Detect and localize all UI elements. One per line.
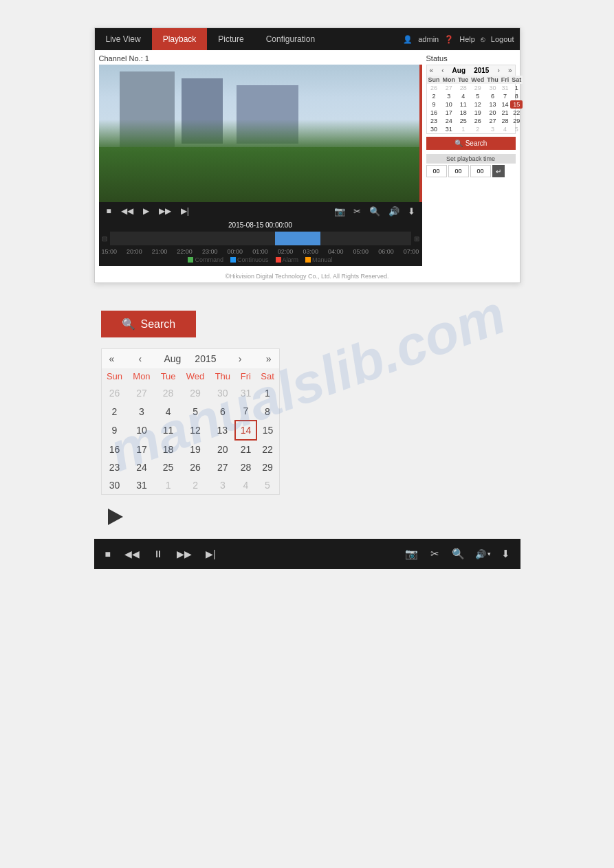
large-cal-day[interactable]: 26 — [102, 384, 128, 402]
seconds-input[interactable] — [470, 165, 491, 177]
table-row[interactable]: 27 — [485, 117, 500, 125]
bottom-zoom-icon[interactable]: 🔍 — [450, 548, 467, 560]
nav-item-configuration[interactable]: Configuration — [255, 28, 326, 50]
table-row[interactable]: 4 — [457, 92, 470, 100]
table-row[interactable]: 11 — [457, 100, 470, 109]
large-cal-day[interactable]: 22 — [256, 440, 279, 458]
large-cal-day[interactable]: 9 — [102, 421, 128, 440]
table-row[interactable]: 29 — [510, 117, 523, 125]
table-row-today[interactable]: 15 — [510, 100, 523, 109]
play-triangle-button[interactable] — [108, 509, 123, 525]
table-row[interactable]: 21 — [500, 109, 511, 117]
large-cal-day[interactable]: 3 — [210, 476, 235, 494]
table-row[interactable]: 19 — [470, 109, 485, 117]
large-cal-prev[interactable]: ‹ — [137, 353, 144, 364]
large-cal-day[interactable]: 20 — [210, 440, 235, 458]
bottom-fast-forward-button[interactable]: ▶▶ — [174, 548, 195, 559]
cal-prev-prev[interactable]: « — [430, 67, 434, 74]
large-cal-day[interactable]: 15 — [256, 421, 279, 440]
nav-logout[interactable]: Logout — [491, 35, 514, 43]
table-row[interactable]: 20 — [485, 109, 500, 117]
table-row[interactable]: 13 — [485, 100, 500, 109]
large-cal-day[interactable]: 1 — [256, 384, 279, 402]
cal-next[interactable]: › — [497, 67, 499, 74]
table-row[interactable]: 27 — [441, 84, 457, 92]
table-row[interactable]: 22 — [510, 109, 523, 117]
table-row[interactable]: 14 — [500, 100, 511, 109]
bottom-volume-dropdown[interactable]: ▾ — [487, 550, 491, 557]
large-cal-day[interactable]: 23 — [102, 458, 128, 476]
large-cal-day[interactable]: 31 — [127, 476, 155, 494]
nav-item-live-view[interactable]: Live View — [95, 28, 152, 50]
table-row[interactable]: 28 — [500, 117, 511, 125]
large-cal-day[interactable]: 29 — [256, 458, 279, 476]
table-row[interactable]: 4 — [500, 125, 511, 133]
table-row[interactable]: 8 — [510, 92, 523, 100]
bottom-scissors-icon[interactable]: ✂ — [428, 548, 441, 560]
minutes-input[interactable] — [448, 165, 469, 177]
cal-next-next[interactable]: » — [508, 67, 512, 74]
large-cal-day[interactable]: 5 — [256, 476, 279, 494]
nav-help[interactable]: Help — [459, 35, 475, 43]
large-cal-day[interactable]: 13 — [210, 421, 235, 440]
timeline-track[interactable] — [110, 232, 411, 245]
cal-prev[interactable]: ‹ — [441, 67, 443, 74]
table-row[interactable]: 25 — [457, 117, 470, 125]
table-row[interactable]: 3 — [485, 125, 500, 133]
skip-forward-button[interactable]: ▶| — [179, 206, 191, 216]
large-cal-day[interactable]: 10 — [127, 421, 155, 440]
large-cal-day[interactable]: 21 — [235, 440, 256, 458]
table-row[interactable]: 31 — [500, 84, 511, 92]
timeline-zoom-out[interactable]: ⊟ — [102, 235, 107, 243]
large-cal-day[interactable]: 27 — [210, 458, 235, 476]
camera-icon[interactable]: 📷 — [333, 206, 347, 216]
table-row[interactable]: 18 — [457, 109, 470, 117]
table-row[interactable]: 10 — [441, 100, 457, 109]
search-button-small[interactable]: 🔍 Search — [426, 137, 516, 150]
table-row[interactable]: 31 — [441, 125, 457, 133]
table-row[interactable]: 9 — [427, 100, 441, 109]
large-cal-day[interactable]: 24 — [127, 458, 155, 476]
large-cal-day[interactable]: 29 — [181, 384, 210, 402]
large-cal-day[interactable]: 26 — [181, 458, 210, 476]
nav-item-picture[interactable]: Picture — [207, 28, 254, 50]
large-cal-day[interactable]: 18 — [155, 440, 180, 458]
bottom-download-icon[interactable]: ⬇ — [499, 548, 512, 560]
bottom-skip-forward-button[interactable]: ▶| — [203, 548, 219, 559]
bottom-rewind-button[interactable]: ◀◀ — [122, 548, 142, 559]
bottom-camera-icon[interactable]: 📷 — [403, 548, 420, 560]
table-row[interactable]: 1 — [510, 84, 523, 92]
volume-icon[interactable]: 🔊 — [387, 206, 401, 216]
table-row[interactable]: 12 — [470, 100, 485, 109]
large-cal-day[interactable]: 27 — [127, 384, 155, 402]
table-row[interactable]: 3 — [441, 92, 457, 100]
table-row[interactable]: 2 — [470, 125, 485, 133]
large-cal-day[interactable]: 11 — [155, 421, 180, 440]
table-row[interactable]: 17 — [441, 109, 457, 117]
bottom-pause-button[interactable]: ⏸ — [151, 548, 166, 559]
table-row[interactable]: 5 — [510, 125, 523, 133]
time-go-button[interactable]: ↵ — [492, 165, 505, 177]
fast-forward-button[interactable]: ▶▶ — [157, 206, 173, 216]
bottom-volume-button[interactable]: 🔊 ▾ — [475, 549, 491, 559]
table-row[interactable]: 30 — [485, 84, 500, 92]
search-button-large[interactable]: 🔍 Search — [101, 311, 197, 337]
table-row[interactable]: 6 — [485, 92, 500, 100]
table-row[interactable]: 16 — [427, 109, 441, 117]
nav-item-playback[interactable]: Playback — [152, 28, 208, 50]
large-cal-day[interactable]: 4 — [235, 476, 256, 494]
table-row[interactable]: 5 — [470, 92, 485, 100]
large-cal-day[interactable]: 8 — [256, 402, 279, 421]
table-row[interactable]: 29 — [470, 84, 485, 92]
large-cal-day[interactable]: 19 — [181, 440, 210, 458]
table-row[interactable]: 28 — [457, 84, 470, 92]
zoom-icon[interactable]: 🔍 — [368, 206, 382, 216]
timeline-zoom-in[interactable]: ⊞ — [414, 235, 419, 243]
large-cal-day[interactable]: 30 — [210, 384, 235, 402]
large-cal-day[interactable]: 30 — [102, 476, 128, 494]
stop-button[interactable]: ■ — [105, 206, 113, 216]
scissors-icon[interactable]: ✂ — [352, 206, 362, 216]
large-cal-day[interactable]: 12 — [181, 421, 210, 440]
download-icon[interactable]: ⬇ — [406, 206, 417, 216]
large-cal-day[interactable]: 3 — [127, 402, 155, 421]
